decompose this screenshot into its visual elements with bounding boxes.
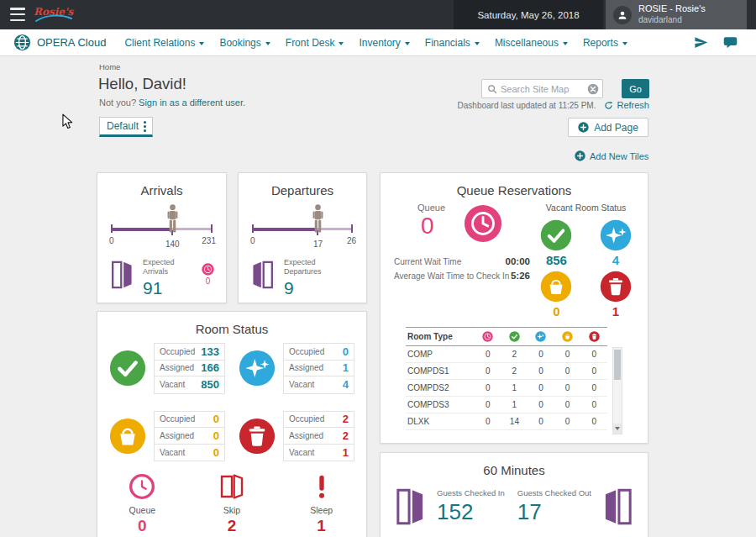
pickup-count-cell: 0 — [554, 346, 581, 363]
nav-item-financials[interactable]: Financials — [425, 37, 480, 49]
tile-title: Departures — [239, 173, 366, 197]
tab-default[interactable]: Default — [99, 117, 153, 137]
queue-count-cell: 0 — [475, 346, 501, 363]
breadcrumb[interactable]: Home — [99, 62, 120, 71]
assigned-row: Assigned2 — [284, 428, 354, 445]
room-type-cell: COMPDS2 — [406, 380, 475, 397]
chevron-down-icon — [405, 42, 410, 45]
skip-value: 2 — [194, 517, 270, 535]
vacant-value: 850 — [201, 378, 219, 391]
add-page-button[interactable]: Add Page — [568, 118, 648, 137]
table-row[interactable]: DLXK 0 14 0 0 0 — [406, 413, 607, 430]
chevron-down-icon — [563, 42, 568, 45]
nav-item-bookings[interactable]: Bookings — [219, 37, 270, 49]
slider-value-label: 140 — [162, 240, 182, 249]
nav-item-inventory[interactable]: Inventory — [359, 37, 409, 49]
send-icon[interactable] — [694, 35, 708, 50]
search-input[interactable] — [501, 84, 584, 94]
dirty-icon — [589, 331, 600, 342]
vacant-label: Vacant — [289, 380, 314, 389]
nav-item-reports[interactable]: Reports — [583, 37, 627, 49]
queue-count-row: Queue 0 — [394, 203, 538, 243]
scroll-down-icon[interactable] — [613, 424, 622, 434]
refresh-label: Refresh — [617, 100, 649, 110]
chevron-down-icon — [475, 42, 480, 45]
refresh-link[interactable]: Refresh — [604, 100, 649, 110]
nav-label: Client Relations — [124, 37, 195, 49]
queue-cell: Queue 0 — [104, 473, 180, 535]
user-icon — [617, 9, 628, 21]
add-new-tiles-link[interactable]: Add New Tiles — [575, 150, 648, 161]
tile-title: Arrivals — [97, 173, 226, 197]
go-button[interactable]: Go — [622, 79, 649, 98]
occupied-label: Occupied — [160, 347, 195, 356]
queue-clock-icon — [464, 204, 502, 243]
slider-person-handle[interactable] — [166, 204, 179, 233]
occupied-value: 2 — [343, 413, 349, 425]
room-status-rows: Occupied0 Assigned0 Vacant0 — [154, 411, 225, 462]
clean-count-cell: 2 — [501, 363, 528, 380]
room-type-cell: COMP — [406, 346, 475, 363]
opera-cloud-logo[interactable]: OPERA Cloud — [13, 34, 106, 51]
user-menu[interactable]: ROSIE - Rosie's davidarland — [606, 0, 747, 29]
average-wait-label: Average Wait Time to Check In — [394, 271, 509, 281]
clear-icon[interactable] — [587, 83, 599, 95]
pickup-count-cell: 0 — [554, 413, 581, 430]
nav-item-miscellaneous[interactable]: Miscellaneous — [495, 37, 568, 49]
nav-item-client-relations[interactable]: Client Relations — [124, 37, 204, 49]
slider-max-label: 26 — [347, 236, 356, 245]
dirty-icon — [239, 418, 276, 455]
nav-items: Client Relations Bookings Front Desk Inv… — [124, 37, 627, 49]
queue-clock-icon — [202, 263, 214, 276]
globe-icon — [13, 34, 31, 51]
pickup-count-cell: 0 — [554, 380, 581, 397]
vacant-value: 1 — [343, 446, 349, 459]
chevron-down-icon — [622, 42, 627, 45]
inspected-count-cell: 0 — [528, 380, 554, 397]
table-row[interactable]: COMP 0 2 0 0 0 — [406, 346, 607, 363]
slider-max-label: 231 — [202, 236, 216, 245]
assigned-value: 1 — [343, 361, 349, 374]
room-status-group-dirty: Occupied2 Assigned2 Vacant1 — [239, 411, 354, 462]
tab-options-icon[interactable] — [142, 119, 148, 134]
scrollbar-thumb[interactable] — [614, 350, 621, 380]
checked-out-block: Guests Checked Out 17 — [517, 488, 591, 525]
dirty-count-cell: 0 — [580, 380, 607, 397]
slider-person-handle[interactable] — [312, 204, 324, 233]
skip-label: Skip — [194, 505, 270, 515]
assigned-row: Assigned166 — [155, 361, 224, 377]
sign-in-link[interactable]: Sign in as a different user. — [139, 97, 245, 108]
occupied-value: 0 — [343, 345, 349, 358]
checked-in-value: 152 — [437, 499, 505, 525]
nav-item-front-desk[interactable]: Front Desk — [286, 37, 344, 49]
table-row[interactable]: COMPDS2 0 1 0 0 0 — [406, 380, 607, 397]
departures-slider: 0 26 17 — [252, 211, 353, 251]
chat-icon[interactable] — [723, 35, 738, 50]
occupied-row: Occupied0 — [284, 344, 354, 361]
wait-times: Current Wait Time 00:00 Average Wait Tim… — [394, 256, 530, 281]
nav-label: Bookings — [219, 37, 260, 49]
skip-cell: Skip 2 — [194, 473, 270, 535]
expected-arrivals-label: Expected Arrivals — [143, 258, 192, 276]
vacant-pickup-cell: 0 — [538, 271, 575, 319]
slider-tick-max — [211, 224, 213, 233]
skip-door-icon — [218, 473, 245, 500]
room-status-grid: Occupied133 Assigned166 Vacant850 Occupi… — [97, 336, 366, 461]
table-row[interactable]: COMPDS1 0 2 0 0 0 — [406, 363, 607, 380]
room-type-cell: DLXK — [406, 413, 475, 430]
queue-clock-icon — [129, 473, 155, 500]
inspected-icon — [600, 219, 632, 251]
checked-in-block: Guests Checked In 152 — [437, 488, 505, 525]
page-title: Hello, David! — [98, 75, 186, 93]
menu-icon[interactable] — [10, 8, 25, 21]
nav-label: Miscellaneous — [495, 37, 559, 49]
queue-summary: Queue 0 Current Wait Time 00:00 Average … — [394, 203, 538, 319]
arrivals-tile: Arrivals 0 231 140 Expected Arrivals 91 … — [97, 172, 227, 303]
table-scrollbar[interactable] — [612, 347, 622, 434]
dirty-count-cell: 0 — [580, 413, 607, 430]
room-status-group-clean: Occupied133 Assigned166 Vacant850 — [109, 343, 225, 394]
logo-swoosh-icon — [34, 14, 73, 24]
assigned-value: 166 — [201, 361, 219, 374]
table-row[interactable]: COMPDS3 0 1 0 0 0 — [406, 397, 607, 413]
vacant-label: Vacant — [160, 448, 185, 457]
